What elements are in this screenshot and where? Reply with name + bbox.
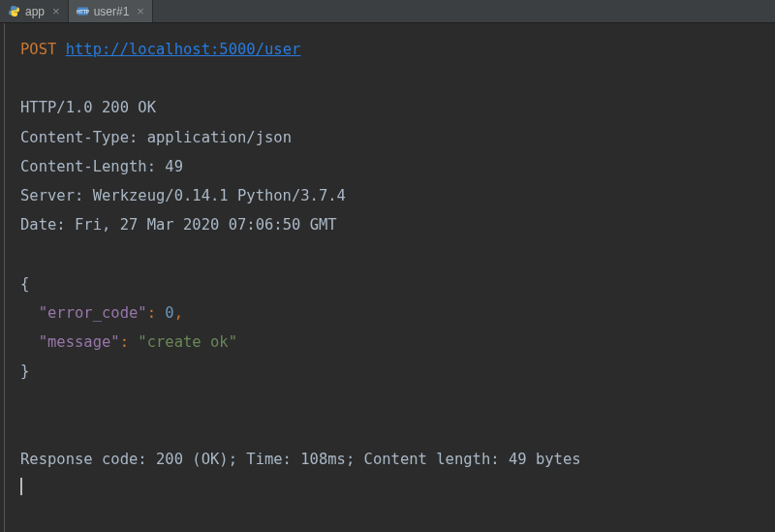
json-key: "error_code" <box>39 304 147 322</box>
python-icon <box>8 5 20 17</box>
response-summary: Response code: 200 (OK); Time: 108ms; Co… <box>20 451 581 468</box>
editor-content[interactable]: POST http://localhost:5000/user HTTP/1.0… <box>4 23 775 532</box>
request-url[interactable]: http://localhost:5000/user <box>66 41 301 58</box>
json-colon: : <box>120 333 139 351</box>
json-colon: : <box>147 304 166 322</box>
svg-text:HTTP: HTTP <box>77 9 89 15</box>
header-content-type: Content-Type: application/json <box>20 129 292 146</box>
text-cursor <box>20 478 22 495</box>
json-value: "create ok" <box>138 333 237 351</box>
http-method: POST <box>20 41 56 58</box>
json-key: "message" <box>39 333 120 351</box>
header-content-length: Content-Length: 49 <box>20 158 183 175</box>
close-icon[interactable]: × <box>137 4 144 18</box>
status-line: HTTP/1.0 200 OK <box>20 99 156 116</box>
http-icon: HTTP <box>77 5 89 17</box>
close-icon[interactable]: × <box>52 4 60 18</box>
tab-app[interactable]: app × <box>0 0 69 22</box>
tab-user[interactable]: HTTP user#1 × <box>69 0 153 22</box>
tab-bar: app × HTTP user#1 × <box>0 0 775 23</box>
tab-label: user#1 <box>94 5 130 18</box>
json-comma: , <box>174 304 183 322</box>
json-open-brace: { <box>20 275 29 293</box>
header-date: Date: Fri, 27 Mar 2020 07:06:50 GMT <box>20 216 337 234</box>
json-value: 0 <box>165 304 173 322</box>
tab-label: app <box>25 5 45 18</box>
header-server: Server: Werkzeug/0.14.1 Python/3.7.4 <box>20 187 346 204</box>
json-close-brace: } <box>20 362 29 380</box>
